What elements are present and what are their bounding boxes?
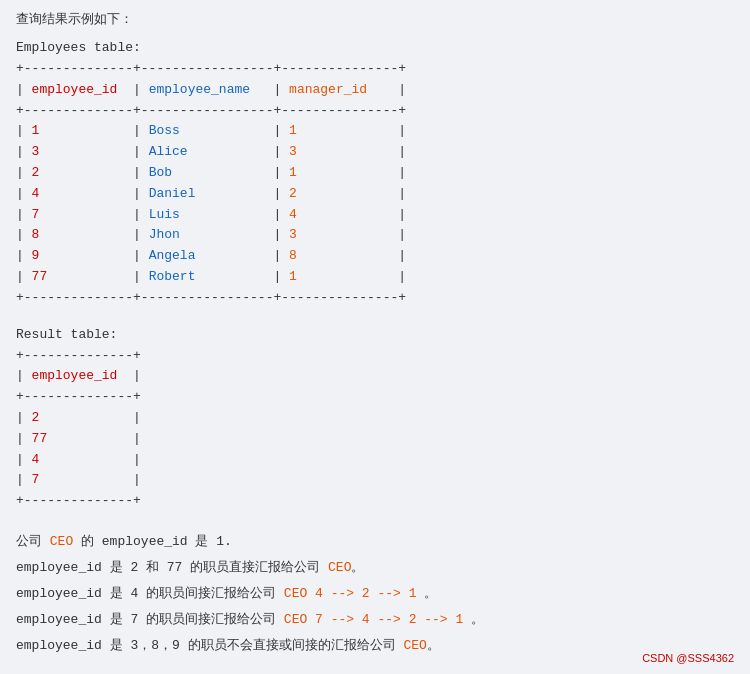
result-header: | employee_id |	[16, 368, 141, 383]
employees-table-pre: +--------------+-----------------+------…	[16, 59, 734, 309]
employees-header: | employee_id | employee_name | manager_…	[16, 82, 406, 97]
result-table-section: Result table: +--------------+ | employe…	[16, 327, 734, 512]
table-row: | 2 | Bob | 1 |	[16, 165, 406, 180]
employees-table-section: Employees table: +--------------+-------…	[16, 40, 734, 309]
ceo-ref-4: CEO	[403, 638, 426, 653]
ceo-ref-3: CEO	[284, 612, 307, 627]
employees-table-title: Employees table:	[16, 40, 734, 55]
table-row: | 4 |	[16, 452, 141, 467]
table-row: | 7 | Luis | 4 |	[16, 207, 406, 222]
table-row: | 2 |	[16, 410, 141, 425]
table-row: | 4 | Daniel | 2 |	[16, 186, 406, 201]
result-border-bottom: +--------------+	[16, 493, 141, 508]
table-row: | 9 | Angela | 8 |	[16, 248, 406, 263]
path-1: 4 --> 2 --> 1	[315, 586, 416, 601]
desc-line-5: employee_id 是 3，8，9 的职员不会直接或间接的汇报给公司 CEO…	[16, 634, 734, 658]
employees-border-top: +--------------+-----------------+------…	[16, 61, 406, 76]
table-row: | 8 | Jhon | 3 |	[16, 227, 406, 242]
employees-border-bottom: +--------------+-----------------+------…	[16, 290, 406, 305]
desc-line-1: 公司 CEO 的 employee_id 是 1.	[16, 530, 734, 554]
path-2: 7 --> 4 --> 2 --> 1	[315, 612, 463, 627]
result-border-top: +--------------+	[16, 348, 141, 363]
table-row: | 77 |	[16, 431, 141, 446]
result-table-pre: +--------------+ | employee_id | +------…	[16, 346, 734, 512]
desc-line-3: employee_id 是 4 的职员间接汇报给公司 CEO 4 --> 2 -…	[16, 582, 734, 606]
page-container: 查询结果示例如下： Employees table: +------------…	[16, 10, 734, 658]
result-table-block: +--------------+ | employee_id | +------…	[16, 346, 734, 512]
watermark: CSDN @SSS4362	[642, 652, 734, 664]
employees-table-block: +--------------+-----------------+------…	[16, 59, 734, 309]
query-title: 查询结果示例如下：	[16, 10, 734, 28]
table-row: | 7 |	[16, 472, 141, 487]
ceo-ref-2: CEO	[284, 586, 307, 601]
employees-border-mid: +--------------+-----------------+------…	[16, 103, 406, 118]
desc-line-4: employee_id 是 7 的职员间接汇报给公司 CEO 7 --> 4 -…	[16, 608, 734, 632]
ceo-ref-1: CEO	[328, 560, 351, 575]
table-row: | 77 | Robert | 1 |	[16, 269, 406, 284]
desc-line-2: employee_id 是 2 和 77 的职员直接汇报给公司 CEO。	[16, 556, 734, 580]
table-row: | 3 | Alice | 3 |	[16, 144, 406, 159]
result-table-title: Result table:	[16, 327, 734, 342]
ceo-label: CEO	[50, 534, 73, 549]
description-block: 公司 CEO 的 employee_id 是 1. employee_id 是 …	[16, 530, 734, 658]
result-border-mid: +--------------+	[16, 389, 141, 404]
table-row: | 1 | Boss | 1 |	[16, 123, 406, 138]
